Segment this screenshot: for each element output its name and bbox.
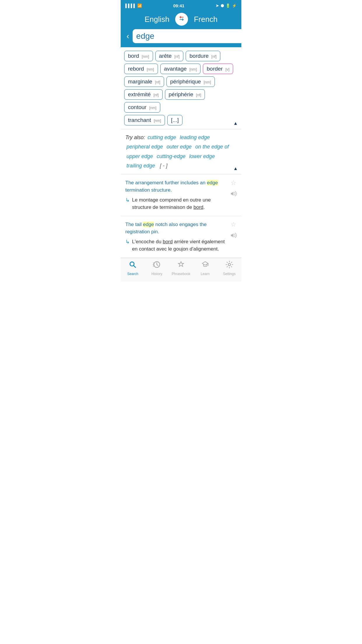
svg-point-12 <box>228 263 231 266</box>
try-also-collapse-label: [ - ] <box>160 163 168 169</box>
arrow-icon-1: ↳ <box>125 197 130 203</box>
example-fr-2: L'encoche du bord arrière vient égalemen… <box>132 238 227 253</box>
try-also-section: Try also: cutting edge leading edge peri… <box>121 129 241 174</box>
try-also-on-the-edge-of[interactable]: on the edge of <box>195 144 229 150</box>
example-item-1: The arrangement further includes an edge… <box>121 174 241 216</box>
example-en-1: The arrangement further includes an edge… <box>125 179 227 194</box>
status-bar: ▌▌▌▌ 📶 09:41 ➤ ⬢ 🔋 ⚡ <box>121 0 241 10</box>
chip-tranchant[interactable]: tranchant [nm] <box>124 115 165 125</box>
status-right: ➤ ⬢ 🔋 ⚡ <box>216 4 237 8</box>
example-item-2: The tail edge notch also engages the reg… <box>121 216 241 258</box>
chip-border[interactable]: border [v] <box>203 64 233 74</box>
speaker-button-1[interactable] <box>230 191 237 198</box>
target-language: French <box>194 15 217 24</box>
learn-nav-icon <box>201 260 209 271</box>
try-also-cutting-edge-hyphen[interactable]: cutting-edge <box>157 153 186 159</box>
try-also-upper-edge[interactable]: upper edge <box>126 153 153 159</box>
highlight-bord-2: bord <box>163 239 173 244</box>
try-also-label: Try also: <box>125 134 145 140</box>
nav-phrasebook[interactable]: Phrasebook <box>169 260 193 276</box>
search-nav-label: Search <box>127 272 138 276</box>
chip-avantage[interactable]: avantage [nm] <box>160 64 201 74</box>
star-button-1[interactable]: ☆ <box>231 179 236 187</box>
charge-icon: ⚡ <box>232 4 237 8</box>
swap-icon <box>178 14 186 24</box>
try-also-lower-edge[interactable]: lower edge <box>189 153 215 159</box>
highlight-bord-1: bord <box>194 204 203 210</box>
wifi-icon: 📶 <box>137 4 142 8</box>
nav-settings[interactable]: Settings <box>217 260 241 276</box>
example-actions-1: ☆ <box>230 179 237 198</box>
try-also-peripheral-edge[interactable]: peripheral edge <box>126 144 163 150</box>
chip-arete[interactable]: arête [nf] <box>155 51 184 61</box>
nav-history[interactable]: History <box>145 260 169 276</box>
example-fr-1: Le montage comprend en outre une structu… <box>132 196 227 211</box>
content: bord [nm] arête [nf] bordure [nf] rebord… <box>121 47 241 258</box>
search-box <box>133 29 241 43</box>
search-row: ‹ S <box>125 29 237 43</box>
nav-search[interactable]: Search <box>121 260 145 276</box>
example-actions-2: ☆ <box>230 221 237 240</box>
highlight-edge-2: edge <box>143 222 154 227</box>
bottom-nav: Search History Phrasebook Learn <box>121 258 241 282</box>
nav-learn[interactable]: Learn <box>193 260 217 276</box>
examples-section: The arrangement further includes an edge… <box>121 174 241 258</box>
chip-marginale[interactable]: marginale [nf] <box>124 76 164 87</box>
example-text-2: The tail edge notch also engages the reg… <box>125 221 227 253</box>
learn-nav-label: Learn <box>201 272 210 276</box>
try-also-cutting-edge[interactable]: cutting edge <box>147 134 176 140</box>
chip-contour[interactable]: contour [nm] <box>124 102 160 113</box>
chips-row-2: rebord [nm] avantage [nm] border [v] <box>124 64 238 74</box>
signal-icon: ▌▌▌▌ <box>125 4 136 8</box>
chip-peripherique[interactable]: périphérique [nm] <box>166 76 215 87</box>
chips-row-3: marginale [nf] périphérique [nm] <box>124 76 238 87</box>
phrasebook-nav-icon <box>177 260 185 271</box>
svg-point-0 <box>178 15 185 22</box>
chip-bord[interactable]: bord [nm] <box>124 51 153 61</box>
history-nav-label: History <box>152 272 162 276</box>
translation-chips-section: bord [nm] arête [nf] bordure [nf] rebord… <box>121 47 241 129</box>
bluetooth-icon: ⬢ <box>221 4 224 8</box>
try-also-collapse-button[interactable]: ▲ <box>233 166 238 171</box>
chip-rebord[interactable]: rebord [nm] <box>124 64 158 74</box>
search-nav-icon <box>129 260 137 271</box>
status-left: ▌▌▌▌ 📶 <box>125 4 142 8</box>
chip-ellipsis[interactable]: [...] <box>167 115 182 125</box>
history-nav-icon <box>153 260 161 271</box>
back-button[interactable]: ‹ <box>125 32 130 40</box>
status-time: 09:41 <box>173 3 184 8</box>
swap-languages-button[interactable] <box>175 13 188 26</box>
settings-nav-label: Settings <box>223 272 236 276</box>
source-language: English <box>145 15 169 24</box>
header: English French ‹ <box>121 10 241 47</box>
chip-bordure[interactable]: bordure [nf] <box>186 51 220 61</box>
try-also-trailing-edge[interactable]: trailing edge <box>126 163 155 169</box>
svg-line-9 <box>134 265 136 267</box>
chips-row-4: extrémité [nf] périphérie [nf] contour [… <box>124 89 238 113</box>
example-fr-row-1: ↳ Le montage comprend en outre une struc… <box>125 196 227 211</box>
try-also-leading-edge[interactable]: leading edge <box>180 134 210 140</box>
chip-extremite[interactable]: extrémité [nf] <box>124 89 163 100</box>
chip-peripherie[interactable]: périphérie [nf] <box>165 89 205 100</box>
chips-row-1: bord [nm] arête [nf] bordure [nf] <box>124 51 238 61</box>
settings-nav-icon <box>225 260 233 271</box>
arrow-icon-2: ↳ <box>125 239 130 245</box>
star-button-2[interactable]: ☆ <box>231 221 236 228</box>
example-text-1: The arrangement further includes an edge… <box>125 179 227 211</box>
highlight-edge-1: edge <box>207 180 218 186</box>
language-selector: English French <box>125 13 237 26</box>
example-en-2: The tail edge notch also engages the reg… <box>125 221 227 236</box>
location-icon: ➤ <box>216 4 219 8</box>
example-fr-row-2: ↳ L'encoche du bord arrière vient égalem… <box>125 238 227 253</box>
battery-icon: 🔋 <box>226 4 230 8</box>
search-input[interactable] <box>136 32 240 41</box>
speaker-button-2[interactable] <box>230 232 237 240</box>
chips-collapse-button[interactable]: ▲ <box>233 121 238 126</box>
phrasebook-nav-label: Phrasebook <box>172 272 190 276</box>
chips-row-5: tranchant [nm] [...] <box>124 115 238 125</box>
try-also-outer-edge[interactable]: outer edge <box>167 144 192 150</box>
